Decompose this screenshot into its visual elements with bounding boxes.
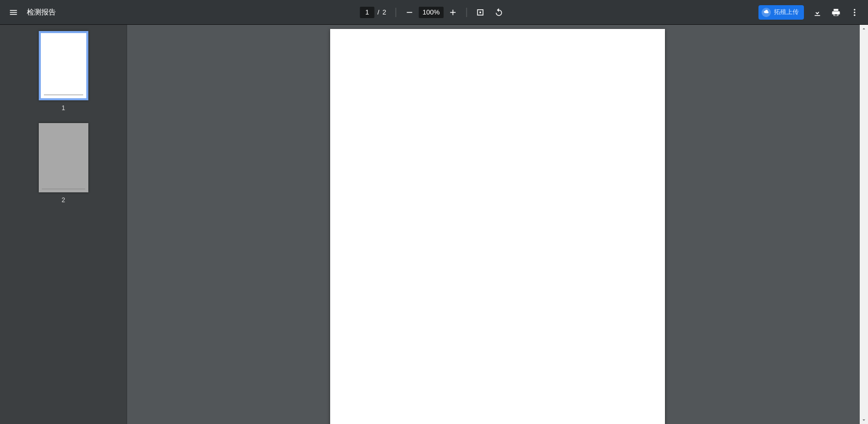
document-page-1 [330,29,665,424]
rotate-button[interactable] [489,3,508,22]
minus-icon [405,8,414,17]
svg-point-1 [854,11,856,13]
plus-icon [448,8,457,17]
document-viewer[interactable] [127,25,868,424]
print-button[interactable] [827,3,845,22]
zoom-in-button[interactable] [443,3,462,22]
thumbnail-sidebar[interactable]: 1 2 [0,25,127,424]
thumbnail-page-1[interactable] [39,31,88,100]
page-total: 2 [382,8,386,16]
thumbnail-item[interactable]: 1 [0,31,127,112]
hamburger-icon [9,8,18,17]
thumbnail-page-2[interactable] [39,123,88,192]
zoom-out-button[interactable] [400,3,419,22]
thumbnail-footer-line [44,95,83,95]
zoom-level[interactable]: 100% [419,7,443,18]
upload-label: 拓殖上传 [774,8,799,17]
thumbnail-footer-line [42,189,85,189]
page-number-input[interactable] [360,7,375,18]
thumbnail-number: 1 [61,104,65,112]
divider [395,8,396,17]
fit-to-page-icon [475,8,485,17]
page-separator: / [378,8,380,16]
scroll-down-button[interactable] [860,416,868,424]
toolbar: 检测报告 / 2 100% 拓殖上传 [0,0,868,25]
svg-point-0 [854,9,856,10]
document-title: 检测报告 [27,8,56,17]
download-button[interactable] [808,3,827,22]
vertical-scrollbar[interactable] [860,25,868,424]
more-vertical-icon [850,8,859,17]
rotate-icon [494,8,503,17]
menu-button[interactable] [4,3,23,22]
fit-page-button[interactable] [471,3,489,22]
chevron-up-icon [861,26,866,32]
svg-point-2 [854,14,856,16]
divider [466,8,467,17]
print-icon [831,8,841,17]
thumbnail-item[interactable]: 2 [0,123,127,204]
chevron-down-icon [861,417,866,422]
download-icon [813,8,822,17]
main: 1 2 [0,25,868,424]
cloud-upload-icon [762,8,771,17]
scroll-up-button[interactable] [860,25,868,33]
more-menu-button[interactable] [845,3,864,22]
thumbnail-number: 2 [61,196,65,204]
upload-button[interactable]: 拓殖上传 [758,5,804,20]
